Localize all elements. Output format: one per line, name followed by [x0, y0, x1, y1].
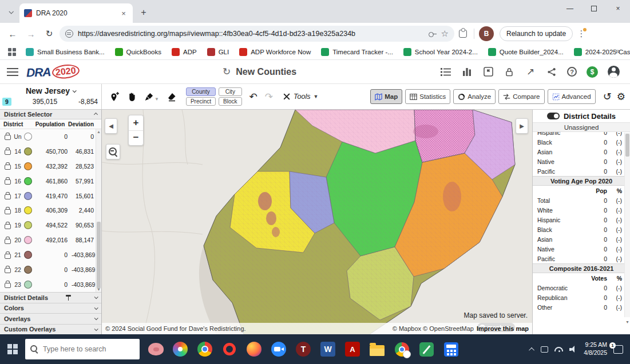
zoom-in-button[interactable]: + — [129, 115, 143, 131]
district-details-toggle[interactable] — [547, 113, 560, 119]
file-explorer-icon[interactable] — [369, 341, 385, 357]
list-view-icon[interactable] — [440, 66, 451, 78]
bookmark-item[interactable]: ADP — [168, 46, 201, 58]
redo-icon[interactable]: ↷ — [265, 91, 273, 103]
panel-colors[interactable]: Colors — [0, 303, 101, 314]
bookmark-item[interactable]: ADP Workforce Now — [235, 46, 315, 58]
window-maximize-button[interactable] — [582, 0, 606, 17]
feedback-flag-icon[interactable] — [482, 66, 494, 78]
panel-overlays[interactable]: Overlays — [0, 313, 101, 324]
district-map-svg[interactable] — [102, 110, 532, 334]
extensions-icon[interactable] — [459, 30, 467, 38]
new-tab-button[interactable]: + — [136, 5, 151, 20]
donate-icon[interactable]: $ — [587, 66, 598, 78]
bookmark-item[interactable]: Timecard Tracker -... — [317, 46, 397, 58]
district-color-swatch[interactable] — [24, 266, 32, 274]
browser-menu-icon[interactable]: ⋮ — [575, 26, 588, 41]
lock-icon[interactable] — [504, 66, 515, 78]
tab-close-icon[interactable]: × — [119, 9, 128, 18]
apps-grid-icon[interactable] — [8, 48, 16, 56]
notification-center-icon[interactable]: 1 — [613, 345, 623, 354]
sticky-notes-icon[interactable] — [418, 341, 434, 357]
share-icon[interactable] — [546, 66, 557, 78]
zoom-to-extent-button[interactable] — [106, 144, 120, 159]
gran-county-button[interactable]: County — [186, 87, 216, 96]
bookmarks-overflow-icon[interactable]: » — [615, 46, 625, 55]
start-button[interactable] — [0, 334, 25, 364]
dra-logo[interactable]: DRA 2020 — [26, 64, 80, 79]
panel-district-details[interactable]: District Details — [0, 292, 101, 303]
district-color-swatch[interactable] — [24, 162, 32, 170]
bookmark-star-icon[interactable]: ☆ — [441, 29, 449, 39]
history-icon[interactable]: ↺ — [603, 90, 612, 103]
back-button[interactable]: ← — [5, 26, 21, 42]
view-map-button[interactable]: Map — [370, 89, 402, 104]
url-omnibox[interactable]: https://davesredistricting.org/maps#view… — [60, 26, 454, 42]
refresh-map-icon[interactable]: ↻ — [223, 66, 231, 78]
district-color-swatch[interactable] — [24, 133, 32, 141]
pig-icon[interactable] — [148, 341, 164, 357]
add-district-pin-icon[interactable] — [110, 91, 120, 102]
district-color-swatch[interactable] — [24, 251, 32, 259]
tray-expand-icon[interactable] — [529, 347, 534, 353]
tray-app-icon[interactable] — [541, 346, 548, 353]
scroll-down-icon[interactable]: ▼ — [625, 320, 630, 324]
district-lock-icon[interactable] — [3, 281, 13, 288]
district-color-swatch[interactable] — [24, 281, 32, 289]
view-statistics-button[interactable]: Statistics — [405, 89, 450, 104]
view-advanced-button[interactable]: Advanced — [548, 89, 596, 104]
window-close-button[interactable]: × — [606, 0, 630, 17]
tools-dropdown[interactable]: Tools ▼ — [283, 93, 318, 101]
district-lock-icon[interactable] — [3, 237, 13, 244]
bookmark-item[interactable]: School Year 2024-2... — [399, 46, 482, 58]
district-lock-icon[interactable] — [3, 251, 13, 259]
district-row[interactable]: 23 0 -403,869 — [0, 277, 101, 292]
eraser-icon[interactable] — [167, 92, 177, 102]
district-lock-icon[interactable] — [3, 266, 13, 273]
details-scrollbar[interactable]: ▼ — [624, 133, 630, 317]
paint-brush-icon[interactable] — [144, 92, 154, 102]
district-lock-icon[interactable] — [3, 192, 13, 199]
district-row[interactable]: 21 0 -403,869 — [0, 247, 101, 262]
map-canvas[interactable]: ◀ + − ▶ Map saved to server. m mapbox © … — [102, 110, 532, 334]
district-list-scrollbar[interactable]: ▲ ▼ — [96, 129, 101, 292]
district-color-swatch[interactable] — [24, 221, 32, 229]
password-key-icon[interactable] — [429, 31, 437, 36]
scrollbar-thumb[interactable] — [97, 222, 101, 289]
district-lock-icon[interactable] — [3, 133, 13, 140]
district-color-swatch[interactable] — [24, 206, 32, 214]
view-analyze-button[interactable]: Analyze — [453, 89, 496, 104]
hamburger-menu-icon[interactable] — [7, 68, 18, 76]
district-row[interactable]: 20 492,016 88,147 — [0, 233, 101, 247]
gran-city-button[interactable]: City — [219, 87, 241, 96]
t-app-icon[interactable]: T — [295, 341, 311, 357]
district-row[interactable]: 15 432,392 28,523 — [0, 159, 101, 174]
scroll-down-icon[interactable]: ▼ — [96, 287, 101, 291]
account-avatar-icon[interactable] — [608, 66, 620, 78]
state-dropdown[interactable]: New Jersey — [0, 85, 101, 97]
word-icon[interactable]: W — [320, 341, 336, 357]
chrome-profile-icon[interactable] — [394, 341, 410, 357]
brush-options-dropdown-icon[interactable]: ▼ — [154, 97, 159, 102]
acrobat-icon[interactable]: A — [344, 341, 360, 357]
bar-chart-icon[interactable] — [461, 66, 473, 78]
district-color-swatch[interactable] — [24, 147, 32, 155]
pan-hand-icon[interactable] — [127, 91, 137, 102]
district-lock-icon[interactable] — [3, 177, 13, 185]
scrollbar-thumb[interactable] — [625, 134, 629, 157]
pin-icon[interactable] — [66, 295, 71, 301]
district-color-swatch[interactable] — [24, 236, 32, 244]
district-row[interactable]: Un 0 0 — [0, 129, 101, 144]
district-row[interactable]: 14 450,700 46,831 — [0, 144, 101, 159]
browser-tab[interactable]: DRA 2020 × — [19, 3, 133, 23]
district-row[interactable]: 19 494,522 90,653 — [0, 218, 101, 233]
relaunch-to-update-button[interactable]: Relaunch to update — [500, 26, 573, 41]
collapse-left-panel-button[interactable]: ◀ — [105, 118, 117, 134]
zoom-app-icon[interactable] — [271, 341, 287, 357]
browser-profile-avatar[interactable]: B — [479, 26, 494, 41]
taskbar-search[interactable] — [25, 339, 140, 359]
zoom-out-button[interactable]: − — [129, 131, 143, 146]
help-icon[interactable]: ? — [567, 67, 577, 77]
window-minimize-button[interactable]: — — [558, 0, 582, 17]
undo-icon[interactable]: ↶ — [249, 91, 257, 103]
